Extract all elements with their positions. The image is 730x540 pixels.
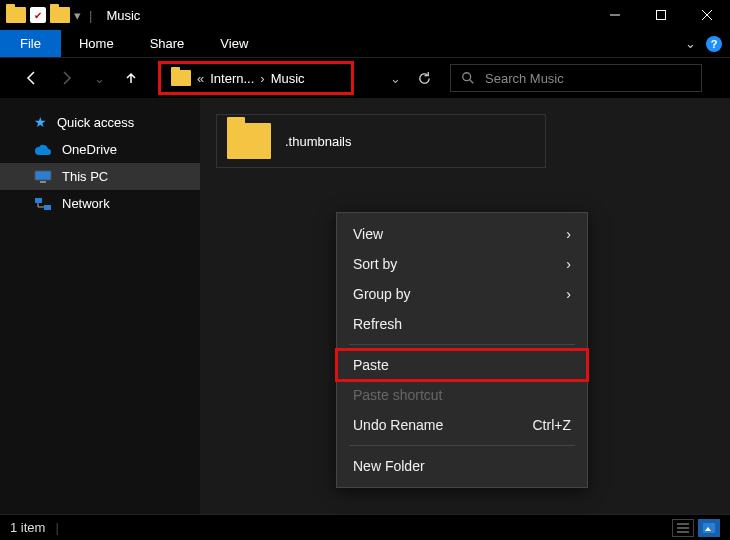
- help-icon[interactable]: ?: [706, 36, 722, 52]
- svg-rect-9: [44, 205, 51, 210]
- refresh-icon[interactable]: [417, 71, 432, 86]
- svg-rect-6: [35, 171, 51, 180]
- menu-item-label: Refresh: [353, 316, 402, 332]
- folder-icon: [50, 7, 70, 23]
- menu-separator: [349, 445, 575, 446]
- menu-separator: [349, 344, 575, 345]
- sidebar-item-label: Quick access: [57, 115, 134, 130]
- pc-icon: [34, 170, 52, 184]
- chevron-right-icon: ›: [566, 286, 571, 302]
- up-button[interactable]: [122, 69, 140, 87]
- menu-item-paste-shortcut: Paste shortcut: [337, 380, 587, 410]
- menu-item-label: View: [353, 226, 383, 242]
- dropdown-icon[interactable]: ▾: [74, 8, 81, 23]
- menu-item-group-by[interactable]: Group by ›: [337, 279, 587, 309]
- checklist-icon: ✔: [30, 7, 46, 23]
- svg-point-4: [463, 73, 471, 81]
- view-details-button[interactable]: [672, 519, 694, 537]
- folder-icon: [171, 70, 191, 86]
- menu-item-label: Paste shortcut: [353, 387, 443, 403]
- menu-item-shortcut: Ctrl+Z: [533, 417, 572, 433]
- minimize-button[interactable]: [592, 0, 638, 30]
- sidebar-item-this-pc[interactable]: This PC: [0, 163, 200, 190]
- chevron-right-icon: ›: [566, 226, 571, 242]
- view-thumbnails-button[interactable]: [698, 519, 720, 537]
- close-button[interactable]: [684, 0, 730, 30]
- ribbon: File Home Share View ⌄ ?: [0, 30, 730, 58]
- menu-item-undo-rename[interactable]: Undo Rename Ctrl+Z: [337, 410, 587, 440]
- sidebar-item-quick-access[interactable]: ★ Quick access: [0, 108, 200, 136]
- sidebar: ★ Quick access OneDrive This PC Network: [0, 98, 200, 514]
- menu-item-label: Group by: [353, 286, 411, 302]
- file-explorer-window: ✔ ▾ | Music File Home Share View ⌄ ?: [0, 0, 730, 540]
- menu-item-paste[interactable]: Paste: [337, 350, 587, 380]
- sidebar-item-label: Network: [62, 196, 110, 211]
- tab-home[interactable]: Home: [61, 30, 132, 57]
- titlebar: ✔ ▾ | Music: [0, 0, 730, 30]
- forward-button[interactable]: [58, 69, 76, 87]
- address-dropdown-icon[interactable]: ⌄: [390, 71, 401, 86]
- breadcrumb-crumb[interactable]: Music: [271, 71, 305, 86]
- chevron-right-icon: ›: [260, 71, 264, 86]
- menu-item-label: Paste: [353, 357, 389, 373]
- back-button[interactable]: [22, 69, 40, 87]
- item-label: .thumbnails: [285, 134, 351, 149]
- svg-rect-1: [657, 11, 666, 20]
- svg-rect-13: [703, 523, 715, 533]
- address-bar[interactable]: « Intern... › Music: [161, 64, 351, 92]
- svg-line-5: [470, 80, 474, 84]
- menu-item-label: New Folder: [353, 458, 425, 474]
- sidebar-item-network[interactable]: Network: [0, 190, 200, 217]
- sidebar-item-label: OneDrive: [62, 142, 117, 157]
- file-tab[interactable]: File: [0, 30, 61, 57]
- tab-view[interactable]: View: [202, 30, 266, 57]
- address-bar-highlight: « Intern... › Music: [158, 61, 354, 95]
- context-menu: View › Sort by › Group by › Refresh Past…: [336, 212, 588, 488]
- search-input[interactable]: Search Music: [450, 64, 702, 92]
- folder-icon: [227, 123, 271, 159]
- menu-item-view[interactable]: View ›: [337, 219, 587, 249]
- menu-item-label: Sort by: [353, 256, 397, 272]
- titlebar-separator: |: [89, 8, 92, 23]
- folder-icon: [6, 7, 26, 23]
- network-icon: [34, 197, 52, 211]
- menu-item-label: Undo Rename: [353, 417, 443, 433]
- search-icon: [461, 71, 475, 85]
- breadcrumb-crumb[interactable]: Intern...: [210, 71, 254, 86]
- cloud-icon: [34, 144, 52, 156]
- statusbar: 1 item |: [0, 514, 730, 540]
- search-placeholder: Search Music: [485, 71, 564, 86]
- star-icon: ★: [34, 114, 47, 130]
- breadcrumb-prefix: «: [197, 71, 204, 86]
- menu-item-sort-by[interactable]: Sort by ›: [337, 249, 587, 279]
- maximize-button[interactable]: [638, 0, 684, 30]
- ribbon-chevron-icon[interactable]: ⌄: [685, 36, 696, 51]
- titlebar-icons: ✔ ▾ |: [6, 7, 96, 23]
- recent-dropdown-icon[interactable]: ⌄: [94, 69, 104, 87]
- menu-item-new-folder[interactable]: New Folder: [337, 451, 587, 481]
- sidebar-item-label: This PC: [62, 169, 108, 184]
- tab-share[interactable]: Share: [132, 30, 203, 57]
- window-title: Music: [106, 8, 140, 23]
- status-text: 1 item: [10, 520, 45, 535]
- svg-rect-7: [40, 181, 46, 183]
- menu-item-refresh[interactable]: Refresh: [337, 309, 587, 339]
- list-item[interactable]: .thumbnails: [216, 114, 546, 168]
- svg-rect-8: [35, 198, 42, 203]
- nav-row: ⌄ « Intern... › Music ⌄ Search Music: [0, 58, 730, 98]
- chevron-right-icon: ›: [566, 256, 571, 272]
- sidebar-item-onedrive[interactable]: OneDrive: [0, 136, 200, 163]
- address-actions: ⌄: [390, 71, 432, 86]
